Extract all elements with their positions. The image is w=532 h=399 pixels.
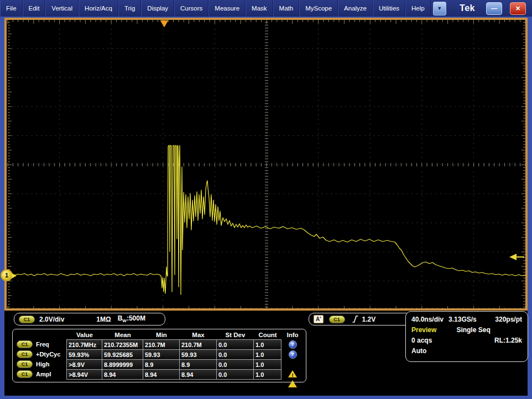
sample-rate-readout: 3.13GS/s <box>448 316 477 323</box>
bw-value: :500M <box>127 314 145 322</box>
measurement-max: 8.9 <box>179 359 217 370</box>
input-impedance: 1MΩ <box>96 316 111 323</box>
measurement-label: C1Ampl <box>14 369 67 379</box>
readout-panel: C1 2.0V/div 1MΩ BW:500M A' C1 1.2V 40.0n… <box>4 311 528 396</box>
measurement-mean: 8.94 <box>102 369 143 380</box>
measurement-label: C1+DtyCyc <box>14 349 67 359</box>
column-header: Max <box>180 330 217 339</box>
resolution-readout: 320ps/pt <box>495 316 522 323</box>
column-header <box>14 330 67 339</box>
measurement-max: 210.7M <box>179 339 217 350</box>
menu-item-file[interactable]: File <box>0 0 23 17</box>
menu-item-vertical[interactable]: Vertical <box>45 0 79 17</box>
measurement-row-dtycyc: C1+DtyCyc59.93%59.92568559.9359.930.01.0… <box>14 349 304 359</box>
menu-item-myscope[interactable]: MyScope <box>299 0 338 17</box>
column-header: St Dev <box>217 330 254 339</box>
measurement-mean: 59.925685 <box>102 349 143 360</box>
measurement-min: 8.94 <box>143 369 180 380</box>
measurement-value: >8.9V <box>66 359 102 370</box>
column-header: Mean <box>102 330 143 339</box>
trigger-position-marker[interactable] <box>160 20 168 27</box>
minimize-button[interactable]: — <box>486 2 502 15</box>
column-header: Min <box>143 330 180 339</box>
menu-item-utilities[interactable]: Utilities <box>373 0 405 17</box>
measurement-label: C1High <box>14 359 67 369</box>
trigger-level-marker[interactable] <box>509 254 517 260</box>
menu-item-horiz-acq[interactable]: Horiz/Acq <box>79 0 118 17</box>
titlebar-spacer <box>448 0 460 17</box>
measurement-stdev: 0.0 <box>216 369 254 380</box>
measurement-min: 59.93 <box>143 349 180 360</box>
oscilloscope-screen: FileEditVerticalHoriz/AcqTrigDisplayCurs… <box>0 0 532 399</box>
column-header: Count <box>254 330 281 339</box>
menu-item-math[interactable]: Math <box>273 0 300 17</box>
trigger-channel-badge: C1 <box>329 316 345 323</box>
info-question-icon[interactable]: ? <box>289 350 297 359</box>
measurement-count: 1.0 <box>253 339 281 350</box>
menu-item-display[interactable]: Display <box>141 0 174 17</box>
measurement-row-high: C1High>8.9V8.89999998.98.90.01.0! <box>14 359 304 369</box>
measurement-header-row: ValueMeanMinMaxSt DevCountInfo <box>14 330 304 339</box>
measurement-row-freq: C1Freq210.7MHz210.72355M210.7M210.7M0.01… <box>14 339 304 349</box>
menu-item-trig[interactable]: Trig <box>118 0 141 17</box>
bandwidth-readout: BW:500M <box>118 314 145 323</box>
measurement-min: 8.9 <box>143 359 180 370</box>
channel-readout[interactable]: C1 2.0V/div 1MΩ BW:500M <box>14 313 165 326</box>
menu-item-edit[interactable]: Edit <box>23 0 46 17</box>
menu-item-measure[interactable]: Measure <box>208 0 246 17</box>
trigger-readout[interactable]: A' C1 1.2V <box>309 313 413 326</box>
vertical-scale: 2.0V/div <box>39 316 64 323</box>
waveform-display <box>4 18 528 311</box>
acquisition-mode: Single Seq <box>456 326 490 334</box>
measurement-mean: 210.72355M <box>102 339 143 350</box>
measurement-label: C1Freq <box>14 339 67 349</box>
acquisition-count: 0 acqs <box>411 337 432 344</box>
measurement-name: Freq <box>36 341 49 348</box>
channel-badge: C1 <box>17 340 33 348</box>
column-header: Value <box>67 330 102 339</box>
measurement-count: 1.0 <box>253 369 281 380</box>
info-cell: ! <box>281 369 304 379</box>
measurement-count: 1.0 <box>253 349 281 360</box>
measurement-count: 1.0 <box>253 359 281 370</box>
measurement-stdev: 0.0 <box>216 349 254 360</box>
measurement-mean: 8.8999999 <box>102 359 143 370</box>
menu-dropdown-button[interactable]: ▼ <box>433 2 446 15</box>
bw-sub: W <box>122 319 127 324</box>
menu-item-analyze[interactable]: Analyze <box>338 0 373 17</box>
warning-icon[interactable]: ! <box>288 371 297 378</box>
measurement-stdev: 0.0 <box>216 339 254 350</box>
measurement-value: >8.94V <box>66 369 102 380</box>
tek-logo: Tek <box>460 3 475 13</box>
record-length: RL:1.25k <box>494 337 522 344</box>
menu-item-mask[interactable]: Mask <box>246 0 273 17</box>
column-header: Info <box>281 330 304 339</box>
measurement-table: ValueMeanMinMaxSt DevCountInfoC1Freq210.… <box>12 329 306 382</box>
channel-badge: C1 <box>17 360 33 368</box>
horizontal-acquisition-readout[interactable]: 40.0ns/div 3.13GS/s 320ps/pt Preview Sin… <box>405 311 528 362</box>
close-button[interactable]: ✕ <box>510 2 526 15</box>
measurement-value: 59.93% <box>66 349 102 360</box>
channel-badge: C1 <box>17 350 33 358</box>
measurement-max: 59.93 <box>179 349 217 360</box>
warning-icon[interactable]: ! <box>288 361 297 368</box>
menu-item-cursors[interactable]: Cursors <box>174 0 208 17</box>
info-question-icon[interactable]: ? <box>289 340 297 349</box>
channel-badge: C1 <box>19 316 35 323</box>
channel-badge: C1 <box>17 370 33 378</box>
rising-edge-icon <box>352 315 359 323</box>
measurement-name: High <box>36 361 49 368</box>
measurement-name: Ampl <box>36 371 51 377</box>
channel-1-reference-marker[interactable]: 1 <box>1 269 13 281</box>
preview-status: Preview <box>411 326 436 334</box>
measurement-row-ampl: C1Ampl>8.94V8.948.948.940.01.0! <box>14 369 304 379</box>
measurement-max: 8.94 <box>179 369 217 380</box>
info-cell: ? <box>281 339 304 349</box>
measurement-min: 210.7M <box>143 339 180 350</box>
info-cell: ! <box>281 359 304 369</box>
menu-item-help[interactable]: Help <box>405 0 431 17</box>
trigger-status: Auto <box>411 347 426 355</box>
trigger-source-badge: A' <box>314 315 324 323</box>
info-cell: ? <box>281 349 304 359</box>
trigger-level-value: 1.2V <box>362 316 376 323</box>
